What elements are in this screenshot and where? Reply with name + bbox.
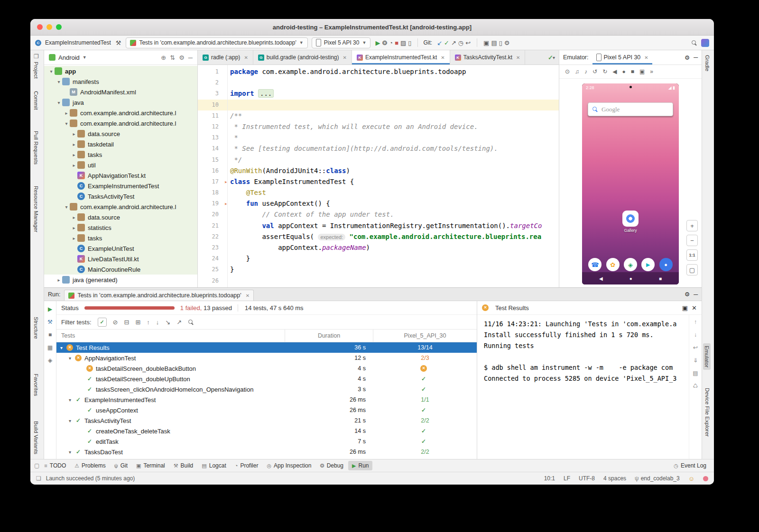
tree-chevron-icon[interactable]: ▸ — [63, 110, 70, 116]
project-tree-row[interactable]: ▸ taskdetail — [44, 139, 197, 149]
gutter-run-marker-icon[interactable] — [222, 132, 230, 143]
screenshot-icon[interactable]: ▣ — [639, 68, 645, 75]
emulator-screen[interactable]: 2:28 ◢ ▮ Google Gallery — [582, 83, 679, 284]
phone-app-icon[interactable]: ☎ — [588, 258, 602, 271]
line-separator[interactable]: LF — [564, 475, 570, 482]
tree-chevron-icon[interactable]: ▸ — [71, 152, 77, 157]
pin-tab-icon[interactable]: ◈ — [48, 357, 52, 364]
tree-chevron-icon[interactable]: ▾ — [69, 449, 75, 455]
indent-style[interactable]: 4 spaces — [603, 475, 626, 482]
tree-chevron-icon[interactable]: ▾ — [60, 345, 66, 350]
maps-app-icon[interactable]: ◈ — [624, 258, 637, 271]
tool-window-button[interactable]: ▶ Run — [348, 461, 372, 470]
event-log-button[interactable]: ◷ Event Log — [670, 461, 710, 470]
tree-chevron-icon[interactable]: ▸ — [71, 131, 77, 137]
tree-chevron-icon[interactable]: ▸ — [71, 225, 77, 230]
scroll-up-icon[interactable]: ↑ — [694, 319, 697, 325]
zoom-window-button[interactable] — [56, 24, 62, 30]
device-select[interactable]: Pixel 5 API 30 ▼ — [312, 37, 371, 48]
gear-icon[interactable]: ⚙ — [685, 54, 690, 61]
close-tab-icon[interactable]: ✕ — [441, 55, 444, 60]
sidebar-item-emulator[interactable]: Emulator — [703, 343, 711, 370]
layout-inspector-icon[interactable]: ▤ — [490, 39, 498, 46]
test-row[interactable]: ▾ TasksActivityTest 21 s 2/2 — [56, 415, 477, 426]
close-window-button[interactable] — [37, 24, 43, 30]
tool-window-button[interactable]: ❂ Debug — [316, 461, 347, 470]
file-encoding[interactable]: UTF-8 — [579, 475, 595, 482]
test-row[interactable]: ▾ TasksDaoTest 26 ms 2/2 — [56, 447, 477, 457]
test-row[interactable]: useAppContext 26 ms — [56, 405, 477, 415]
export-results-icon[interactable]: ↗ — [176, 319, 182, 326]
show-passed-toggle[interactable]: ✓ — [98, 318, 107, 327]
zoom-in-button[interactable]: + — [686, 220, 698, 231]
close-tab-icon[interactable]: ✕ — [516, 55, 520, 60]
playstore-app-icon[interactable]: ▶ — [641, 258, 655, 271]
gutter-run-marker-icon[interactable] — [222, 77, 230, 88]
rerun-tests-icon[interactable]: ▶ — [48, 306, 52, 312]
run-config-tab[interactable]: Tests in 'com.example.android.architectu… — [64, 290, 254, 301]
tree-chevron-icon[interactable]: ▾ — [63, 204, 70, 210]
import-results-icon[interactable]: ↘ — [165, 319, 170, 326]
project-folder-icon[interactable]: ❐ — [34, 53, 39, 60]
push-icon[interactable]: ↗ — [450, 39, 457, 46]
coverage-icon[interactable]: ▨ — [399, 39, 407, 46]
gutter-run-marker-icon[interactable] — [222, 88, 230, 99]
run-icon[interactable]: ▶ — [374, 39, 381, 46]
project-tree-row[interactable]: ▸ com.example.android.architecture.l — [44, 108, 197, 118]
test-row[interactable]: editTask 7 s — [56, 436, 477, 447]
project-tree-row[interactable]: ▾ java — [44, 97, 197, 108]
gutter-run-marker-icon[interactable] — [222, 110, 230, 121]
zoom-reset-button[interactable]: 1:1 — [686, 249, 698, 261]
tree-chevron-icon[interactable]: ▸ — [71, 142, 77, 147]
gutter-run-marker-icon[interactable] — [222, 165, 230, 176]
project-tree-row[interactable]: TasksActivityTest — [44, 191, 197, 202]
sidebar-item-device-file-explorer[interactable]: Device File Explorer — [704, 388, 710, 437]
rollback-icon[interactable]: ↩ — [464, 39, 472, 46]
tree-chevron-icon[interactable]: ▸ — [71, 163, 77, 168]
tree-chevron-icon[interactable]: ▸ — [56, 277, 62, 283]
project-tree-row[interactable]: ExampleInstrumentedTest — [44, 181, 197, 191]
project-structure-icon[interactable]: ▣ — [482, 39, 490, 46]
gutter-run-marker-icon[interactable] — [222, 231, 230, 242]
editor-tab[interactable]: ExampleInstrumentedTest.kt ✕ — [352, 50, 450, 64]
sidebar-item-commit[interactable]: Commit — [33, 91, 39, 110]
tree-chevron-icon[interactable]: ▾ — [69, 397, 75, 403]
zoom-out-button[interactable]: − — [686, 235, 698, 246]
project-tree-row[interactable]: ▸ tasks — [44, 149, 197, 160]
gutter-run-marker-icon[interactable] — [222, 275, 230, 286]
sidebar-item-resource-manager[interactable]: Resource Manager — [33, 186, 39, 232]
emulator-device-tab[interactable]: Pixel 5 API 30 ✕ — [592, 50, 652, 64]
scroll-to-end-icon[interactable]: ⇓ — [693, 357, 698, 364]
git-branch-widget[interactable]: ψ end_codelab_3 — [635, 475, 680, 482]
sidebar-item-pull-requests[interactable]: Pull Requests — [33, 131, 39, 165]
project-tree-row[interactable]: ExampleUnitTest — [44, 243, 197, 254]
google-search-widget[interactable]: Google — [588, 102, 673, 116]
inspection-status-icon[interactable]: ✓ — [548, 54, 553, 61]
gutter-run-marker-icon[interactable] — [222, 198, 230, 209]
rotate-right-icon[interactable]: ↻ — [602, 68, 607, 75]
code-editor[interactable]: 1 package com.example.android.architectu… — [198, 65, 559, 287]
project-tree-row[interactable]: ▸ java (generated) — [44, 275, 197, 285]
search-everywhere-icon[interactable] — [691, 40, 697, 46]
test-row[interactable]: ▾ AppNavigationTest 12 s 2/3 — [56, 353, 477, 363]
close-icon[interactable]: ✕ — [692, 304, 697, 312]
overflow-icon[interactable]: » — [650, 68, 653, 75]
gutter-run-marker-icon[interactable] — [222, 100, 230, 110]
rotate-left-icon[interactable]: ↺ — [592, 68, 597, 75]
feedback-smiley-icon[interactable]: ☺ — [688, 475, 694, 482]
tree-chevron-icon[interactable]: ▾ — [69, 418, 75, 423]
tool-window-switcher-icon[interactable]: ▢ — [34, 462, 39, 469]
caret-position[interactable]: 10:1 — [544, 475, 555, 482]
project-tree-row[interactable]: AndroidManifest.xml — [44, 87, 197, 97]
project-tree-row[interactable]: ▸ data.source — [44, 212, 197, 222]
gutter-run-marker-icon[interactable] — [222, 264, 230, 275]
project-tree-row[interactable]: ▾ manifests — [44, 76, 197, 87]
project-tree-row[interactable]: ▾ com.example.android.architecture.l — [44, 202, 197, 212]
volume-up-icon[interactable]: ♫ — [575, 68, 579, 75]
sidebar-item-gradle[interactable]: Gradle — [704, 55, 710, 72]
project-tree-row[interactable]: ▸ data.source — [44, 128, 197, 139]
test-row[interactable]: tasksScreen_clickOnAndroidHomeIcon_Opens… — [56, 384, 477, 394]
project-tree-row[interactable]: ▾ app — [44, 66, 197, 76]
tool-window-button[interactable]: ▤ Logcat — [198, 461, 230, 470]
hide-panel-icon[interactable]: ─ — [188, 54, 193, 61]
